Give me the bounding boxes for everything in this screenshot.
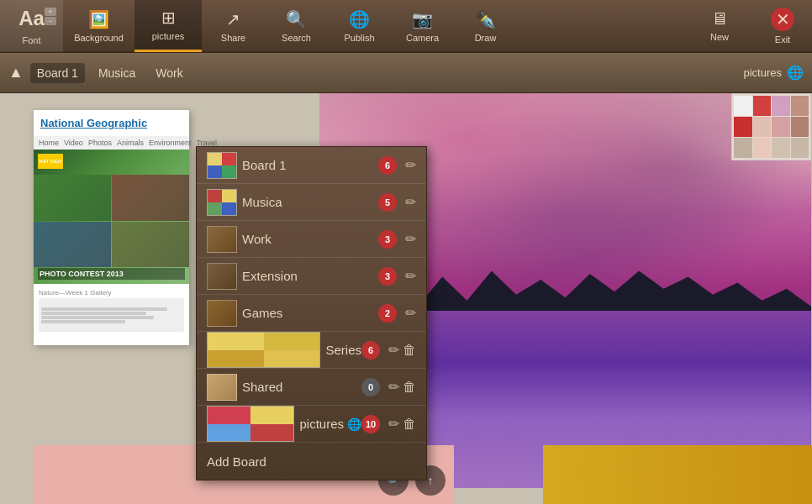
games-thumb [207, 300, 237, 327]
games-label: Games [242, 306, 378, 320]
board-item-extension[interactable]: Extension 3 ✏ [197, 258, 426, 295]
publish-icon: 🌐 [349, 9, 370, 29]
board1-label: Board 1 [242, 158, 378, 172]
tool-camera[interactable]: 📷 Camera [391, 0, 454, 52]
breadcrumb-bar: ▲ Board 1 Musica Work pictures 🌐 [0, 53, 812, 93]
share-icon: ↗ [226, 9, 240, 29]
series-label: Series [325, 343, 361, 357]
tool-publish-label: Publish [344, 33, 374, 43]
tool-pictures[interactable]: ⊞ pictures [134, 0, 202, 52]
games-edit-icon[interactable]: ✏ [405, 305, 416, 321]
shared-label: Shared [242, 380, 361, 394]
pictures-count: 10 [361, 415, 380, 433]
tool-draw-label: Draw [475, 33, 497, 43]
tool-background-label: Background [74, 33, 124, 43]
shared-count: 0 [361, 378, 380, 396]
board-item-work[interactable]: Work 3 ✏ [197, 221, 426, 258]
background-icon: 🖼️ [88, 9, 109, 29]
work-thumb [207, 226, 237, 253]
nat-geo-image: NAT GEO PHOTO CONTEST 2013 [34, 150, 189, 284]
board-item-board1[interactable]: Board 1 6 ✏ [197, 147, 426, 184]
musica-label: Musica [242, 195, 378, 209]
pictures-globe-icon: 🌐 [347, 417, 361, 431]
pictures-delete-icon[interactable]: 🗑 [403, 417, 416, 432]
tool-exit-label: Exit [775, 34, 790, 45]
nat-geo-link[interactable]: National Geographic [34, 110, 189, 136]
extension-edit-icon[interactable]: ✏ [405, 268, 416, 284]
board1-thumb [207, 152, 237, 179]
draw-icon: ✒️ [475, 9, 496, 29]
nat-geo-card: National Geographic Home Video Photos An… [34, 110, 189, 345]
tool-background[interactable]: 🖼️ Background [63, 0, 134, 52]
add-board-button[interactable]: Add Board [197, 443, 426, 480]
work-label: Work [242, 232, 378, 246]
tool-font-label: Font [22, 35, 40, 45]
font-icon: Aa [18, 7, 45, 30]
exit-icon: ✕ [771, 8, 794, 31]
breadcrumb-musica[interactable]: Musica [92, 63, 142, 83]
globe-tab-icon: 🌐 [787, 65, 804, 81]
camera-icon: 📷 [412, 9, 433, 29]
tool-share[interactable]: ↗ Share [202, 0, 265, 52]
musica-edit-icon[interactable]: ✏ [405, 194, 416, 210]
tool-exit[interactable]: ✕ Exit [753, 0, 812, 52]
breadcrumb-board1[interactable]: Board 1 [30, 63, 85, 83]
tool-font[interactable]: Aa + − Font [0, 0, 63, 52]
minimap [731, 93, 811, 160]
breadcrumb-work[interactable]: Work [149, 63, 189, 83]
main-canvas: National Geographic Home Video Photos An… [0, 93, 812, 504]
pictures-thumb [207, 406, 294, 442]
board1-count: 6 [378, 156, 397, 175]
boards-dropdown: Board 1 6 ✏ Musica 5 ✏ Work 3 ✏ [196, 146, 427, 480]
board1-edit-icon[interactable]: ✏ [405, 157, 416, 173]
pictures-edit-icon[interactable]: ✏ [388, 416, 399, 432]
series-count: 6 [361, 341, 380, 360]
extension-count: 3 [378, 267, 397, 286]
new-icon: 🖥 [711, 9, 728, 29]
tool-search[interactable]: 🔍 Search [265, 0, 328, 52]
tool-share-label: Share [221, 33, 245, 43]
nat-geo-caption: Nature—Week 1 Gallery [34, 284, 189, 337]
toolbar: Aa + − Font 🖼️ Background ⊞ pictures ↗ S… [0, 0, 812, 53]
board-item-musica[interactable]: Musica 5 ✏ [197, 184, 426, 221]
series-thumb [207, 332, 320, 368]
tool-publish[interactable]: 🌐 Publish [328, 0, 391, 52]
work-count: 3 [378, 230, 397, 249]
bottom-strip-right [543, 445, 812, 504]
search-icon: 🔍 [286, 9, 307, 29]
musica-thumb [207, 189, 237, 216]
font-decrease[interactable]: − [45, 17, 56, 25]
games-count: 2 [378, 304, 397, 323]
board-item-games[interactable]: Games 2 ✏ [197, 295, 426, 332]
extension-label: Extension [242, 269, 378, 283]
pictures-icon: ⊞ [161, 8, 176, 28]
shared-thumb [207, 374, 237, 401]
pictures-tab-label[interactable]: pictures [743, 66, 782, 79]
series-edit-icon[interactable]: ✏ [388, 342, 399, 358]
board-item-pictures[interactable]: pictures 🌐 10 ✏ 🗑 [197, 406, 426, 443]
board-item-series[interactable]: Series 6 ✏ 🗑 [197, 332, 426, 369]
work-edit-icon[interactable]: ✏ [405, 231, 416, 247]
extension-thumb [207, 263, 237, 290]
tool-new-label: New [710, 32, 729, 42]
tool-search-label: Search [282, 33, 311, 43]
tool-draw[interactable]: ✒️ Draw [454, 0, 517, 52]
tool-new[interactable]: 🖥 New [686, 0, 753, 52]
shared-edit-icon[interactable]: ✏ [388, 379, 399, 395]
shared-delete-icon[interactable]: 🗑 [403, 380, 416, 395]
font-increase[interactable]: + [45, 8, 56, 16]
series-delete-icon[interactable]: 🗑 [403, 343, 416, 358]
musica-count: 5 [378, 193, 397, 212]
tool-camera-label: Camera [406, 33, 439, 43]
pictures-label: pictures [299, 417, 344, 431]
board-item-shared[interactable]: Shared 0 ✏ 🗑 [197, 369, 426, 406]
back-button[interactable]: ▲ [8, 64, 24, 81]
tool-pictures-label: pictures [152, 31, 185, 41]
nat-geo-header: Home Video Photos Animals Environment Tr… [34, 136, 189, 150]
